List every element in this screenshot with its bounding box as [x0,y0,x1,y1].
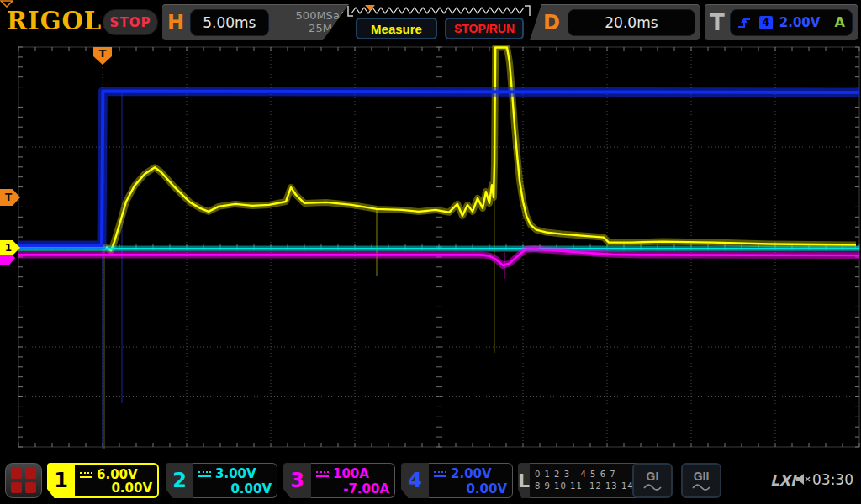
channel-2-offset: 0.00V [198,483,272,496]
sine-wave-icon [691,482,711,491]
sample-rate: 500MSa/s [272,10,349,23]
trigger-level-marker[interactable]: T [0,189,20,206]
logic-label: L [518,463,530,498]
horizontal-label: H [167,11,184,34]
channel-1-number: 1 [47,463,75,498]
channel-3-scale: 100A [333,466,369,481]
clock: 03:30 [812,471,853,488]
graticule [0,0,861,504]
generator-2-button[interactable]: GII [681,463,721,498]
measure-button[interactable]: Measure [356,18,437,39]
trigger-info-box[interactable]: 4 2.00V A [730,9,853,36]
channel-3-number: 3 [283,463,311,498]
lxi-status: LXI [770,472,795,489]
run-state-badge: STOP [103,9,158,35]
channel-2-number: 2 [166,463,193,498]
trigger-level-value: 2.00V [779,15,821,30]
delay-label: D [543,11,560,34]
dc-coupling-icon [80,472,92,478]
trigger-label: T [710,10,725,35]
waveform-display: T T 1 [0,0,861,504]
delay-value[interactable]: 20.0ms [568,9,695,36]
oscilloscope-screen: RIGOL STOP H 5.00ms 500MSa/s 25Mpts Meas… [0,0,861,504]
channel-1-box[interactable]: 1 6.00V 0.00V [47,463,159,498]
channel-4-box[interactable]: 4 2.00V 0.00V [401,463,513,498]
ch3-position-marker[interactable] [0,251,15,265]
channel-4-offset: 0.00V [434,483,507,496]
rising-edge-trigger-icon [737,16,753,29]
horizontal-section[interactable]: H 5.00ms 500MSa/s 25Mpts [162,4,349,40]
channel-3-box[interactable]: 3 100A -7.00A [283,463,395,498]
timebase-value[interactable]: 5.00ms [190,9,268,36]
trigger-section[interactable]: T 4 2.00V A [705,4,858,40]
speaker-muted-icon [795,472,811,486]
rigol-logo: RIGOL [7,7,102,35]
trigger-position-marker[interactable]: T [93,47,112,65]
sine-wave-icon [642,482,663,491]
channel-4-number: 4 [401,463,429,498]
ch1-position-marker[interactable]: 1 [0,240,20,255]
channel-4-scale: 2.00V [451,466,492,481]
memory-depth: 25Mpts [272,23,349,35]
channel-2-scale: 3.00V [215,466,256,481]
delay-section[interactable]: D 20.0ms [530,4,700,40]
grid-menu-icon [11,468,22,479]
menu-button[interactable] [5,463,42,498]
waveform-traces [0,0,861,504]
acquisition-info: 500MSa/s 25Mpts [272,10,349,35]
bottom-bar: 1 6.00V 0.00V 2 3.00V 0.00V 3 [0,460,861,504]
trigger-source-badge: 4 [759,16,773,29]
stop-run-button[interactable]: STOP/RUN [445,18,524,39]
dc-coupling-icon [434,471,446,477]
generator-1-button[interactable]: GI [632,463,673,498]
trigger-sweep-mode: A [835,14,845,30]
dc-coupling-icon [198,471,211,477]
channel-1-offset: 0.00V [80,482,152,495]
memory-position-strip[interactable] [346,3,531,18]
logic-channels-box[interactable]: L 0 1 2 3 4 5 6 7 8 9 10 11 12 13 14 15 [518,463,626,498]
channel-2-box[interactable]: 2 3.00V 0.00V [166,463,277,498]
dc-coupling-icon [316,471,329,477]
top-bar: RIGOL STOP H 5.00ms 500MSa/s 25Mpts Meas… [0,0,861,42]
channel-3-offset: -7.00A [316,483,389,496]
